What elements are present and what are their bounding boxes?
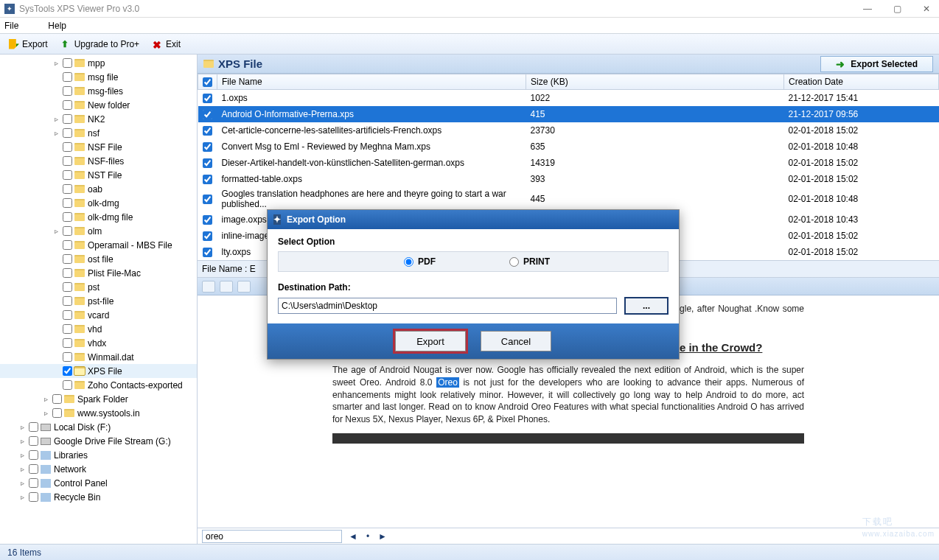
option-print[interactable]: PRINT xyxy=(509,256,550,267)
row-checkbox[interactable] xyxy=(203,126,212,136)
row-checkbox[interactable] xyxy=(203,195,212,204)
select-all-checkbox[interactable] xyxy=(203,77,212,87)
tree-folder-0[interactable]: ▹mpp xyxy=(0,56,197,70)
tree-folder-1[interactable]: msg file xyxy=(0,70,197,84)
dialog-cancel-button[interactable]: Cancel xyxy=(481,331,551,351)
tree-drive-2[interactable]: ▹Libraries xyxy=(0,448,197,462)
file-row[interactable]: 1.oxps102221-12-2017 15:41 xyxy=(198,90,939,106)
row-date: 02-01-2018 10:48 xyxy=(784,187,939,211)
browse-button[interactable]: ... xyxy=(624,297,669,315)
tree-folder-10[interactable]: olk-dmg xyxy=(0,196,197,210)
tree-folder-23[interactable]: Zoho Contacts-exported xyxy=(0,378,197,392)
folder-tree[interactable]: ▹mppmsg filemsg-filesNew folder▹NK2▹nsfN… xyxy=(0,55,198,544)
menu-file[interactable]: File xyxy=(4,21,18,31)
tree-drive-1[interactable]: ▹Google Drive File Stream (G:) xyxy=(0,434,197,448)
row-date: 02-01-2018 10:48 xyxy=(784,139,939,155)
preview-tool-3[interactable] xyxy=(237,281,251,293)
preview-tool-2[interactable] xyxy=(220,281,233,293)
tree-drive-3[interactable]: ▹Network xyxy=(0,462,197,476)
tree-folder-18[interactable]: vcard xyxy=(0,308,197,322)
maximize-button[interactable]: ▢ xyxy=(889,4,905,14)
tree-folder-25[interactable]: ▹www.systools.in xyxy=(0,406,197,420)
file-row[interactable]: Googles translation headphones are here … xyxy=(198,187,939,211)
row-date: 02-01-2018 15:02 xyxy=(784,228,939,244)
tree-folder-24[interactable]: ▹Spark Folder xyxy=(0,392,197,406)
col-size[interactable]: Size (KB) xyxy=(526,74,784,90)
row-checkbox[interactable] xyxy=(203,215,212,225)
file-row[interactable]: Convert Msg to Eml - Reviewed by Meghna … xyxy=(198,139,939,155)
export-selected-button[interactable]: ➜ Export Selected xyxy=(820,56,933,72)
upgrade-button[interactable]: ⬆ Upgrade to Pro+ xyxy=(57,38,144,51)
tree-drive-4[interactable]: ▹Control Panel xyxy=(0,476,197,490)
tree-folder-5[interactable]: ▹nsf xyxy=(0,126,197,140)
row-name: formatted-table.oxps xyxy=(217,171,526,187)
tree-folder-16[interactable]: pst xyxy=(0,280,197,294)
tree-drive-0[interactable]: ▹Local Disk (F:) xyxy=(0,420,197,434)
destination-input[interactable] xyxy=(278,298,617,314)
select-option-label: Select Option xyxy=(278,237,669,247)
row-date: 02-01-2018 15:02 xyxy=(784,244,939,260)
row-date: 02-01-2018 15:02 xyxy=(784,171,939,187)
tree-folder-13[interactable]: Operamail - MBS File xyxy=(0,238,197,252)
menu-help[interactable]: Help xyxy=(48,21,66,31)
row-checkbox[interactable] xyxy=(203,158,212,168)
export-options: PDF PRINT xyxy=(278,251,669,272)
folder-icon xyxy=(74,227,85,235)
tree-folder-3[interactable]: New folder xyxy=(0,98,197,112)
tree-folder-21[interactable]: Winmail.dat xyxy=(0,350,197,364)
folder-icon xyxy=(74,269,85,277)
tree-folder-17[interactable]: pst-file xyxy=(0,294,197,308)
doc-image-placeholder xyxy=(332,433,804,444)
exit-button[interactable]: ✖ Exit xyxy=(148,38,185,51)
folder-icon xyxy=(74,241,85,249)
preview-tool-1[interactable] xyxy=(202,281,215,293)
net-icon xyxy=(41,465,51,474)
minimize-button[interactable]: — xyxy=(859,4,876,14)
row-checkbox[interactable] xyxy=(203,175,212,184)
tree-folder-6[interactable]: NSF File xyxy=(0,140,197,154)
row-size: 23730 xyxy=(526,122,784,139)
file-row[interactable]: Dieser-Artikel-handelt-von-künstlichen-S… xyxy=(198,155,939,171)
tree-folder-4[interactable]: ▹NK2 xyxy=(0,112,197,126)
row-checkbox[interactable] xyxy=(203,231,212,241)
drive-icon xyxy=(41,424,51,431)
tree-folder-22[interactable]: XPS File xyxy=(0,364,197,378)
tree-folder-15[interactable]: Plist File-Mac xyxy=(0,266,197,280)
tree-folder-8[interactable]: NST File xyxy=(0,168,197,182)
option-pdf[interactable]: PDF xyxy=(404,256,436,267)
tree-folder-2[interactable]: msg-files xyxy=(0,84,197,98)
exit-icon: ✖ xyxy=(153,39,163,49)
tree-folder-9[interactable]: oab xyxy=(0,182,197,196)
search-next-icon[interactable]: ► xyxy=(376,531,389,542)
export-button[interactable]: Export xyxy=(4,38,52,51)
tree-folder-20[interactable]: vhdx xyxy=(0,336,197,350)
row-checkbox[interactable] xyxy=(203,110,212,119)
file-row[interactable]: Android O-Informative-Prerna.xps41521-12… xyxy=(198,106,939,122)
dialog-app-icon: ✦ xyxy=(273,214,281,225)
tree-folder-11[interactable]: olk-dmg file xyxy=(0,210,197,224)
row-name: Convert Msg to Eml - Reviewed by Meghna … xyxy=(217,139,526,155)
folder-icon xyxy=(74,73,85,81)
row-checkbox[interactable] xyxy=(203,248,212,257)
search-input[interactable] xyxy=(202,530,342,543)
tree-folder-12[interactable]: ▹olm xyxy=(0,224,197,238)
dialog-title-bar: ✦ Export Option xyxy=(268,210,679,229)
folder-icon xyxy=(74,297,85,305)
tree-folder-14[interactable]: ost file xyxy=(0,252,197,266)
row-checkbox[interactable] xyxy=(203,142,212,152)
row-checkbox[interactable] xyxy=(203,94,212,103)
close-button[interactable]: ✕ xyxy=(918,4,935,14)
dialog-export-button[interactable]: Export xyxy=(395,331,466,351)
tree-folder-7[interactable]: NSF-files xyxy=(0,154,197,168)
app-icon: ✦ xyxy=(4,4,15,14)
folder-icon xyxy=(64,395,74,403)
col-file-name[interactable]: File Name xyxy=(217,74,526,90)
col-creation-date[interactable]: Creation Date xyxy=(784,74,939,90)
file-row[interactable]: Cet-article-concerne-les-satellites-arti… xyxy=(198,122,939,139)
search-prev-icon[interactable]: ◄ xyxy=(346,531,360,542)
search-sep: • xyxy=(361,531,374,542)
content-title: XPS File xyxy=(218,57,820,70)
tree-folder-19[interactable]: vhd xyxy=(0,322,197,336)
tree-drive-5[interactable]: ▹Recycle Bin xyxy=(0,490,197,504)
file-row[interactable]: formatted-table.oxps39302-01-2018 15:02 xyxy=(198,171,939,187)
